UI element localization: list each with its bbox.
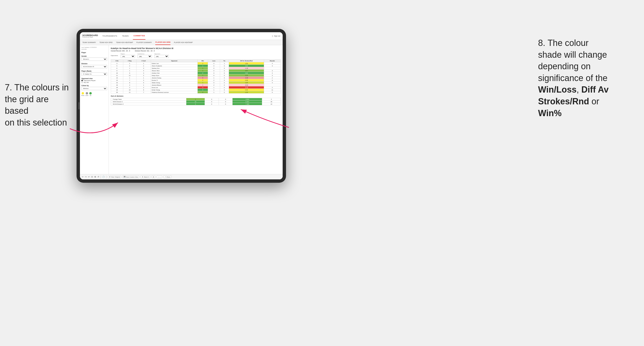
arrow-svg: [0, 0, 644, 346]
